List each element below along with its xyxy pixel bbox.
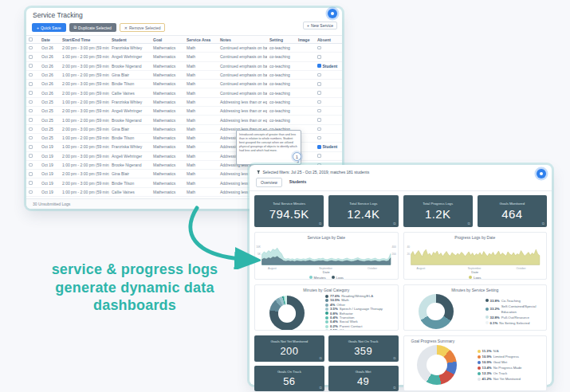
row-checkbox[interactable] — [29, 91, 33, 95]
column-header[interactable]: Image — [296, 36, 315, 43]
absent-checkbox[interactable] — [317, 64, 321, 68]
donut-legend: 33.8%Co-Teaching 33.2%Self-Contained/Spe… — [485, 298, 542, 326]
unsubmitted-logs-count: 30 Unsubmitted Logs — [33, 202, 70, 206]
legend-item: 10.9%Limited Progress — [478, 354, 522, 359]
column-header[interactable]: Goal — [151, 36, 184, 43]
tour-step-badge[interactable]: 1 — [293, 152, 301, 161]
stat-cards-row: Total Service Minutes 794.5K ⧉ Total Ser… — [254, 195, 547, 227]
progress-logs-area-chart: 4020 — [404, 241, 547, 267]
dashboard-window: Selected filters: Jul 25 - Oct 25, 2019;… — [250, 165, 552, 385]
column-header[interactable]: Service Area — [184, 36, 218, 43]
absent-checkbox[interactable] — [317, 55, 321, 59]
expand-icon[interactable]: ⧉ — [393, 356, 395, 360]
row-checkbox[interactable] — [29, 46, 33, 50]
duplicate-selected-button[interactable]: ⧉Duplicate Selected — [69, 23, 116, 32]
table-header: DateStart/End TimeStudentGoalService Are… — [26, 35, 342, 44]
dashboard-body: Total Service Minutes 794.5K ⧉ Total Ser… — [250, 191, 552, 392]
row-checkbox[interactable] — [29, 109, 33, 113]
stat-card: Total Service Logs 12.4K ⧉ — [328, 195, 398, 227]
row-checkbox[interactable] — [29, 82, 33, 86]
expand-icon[interactable]: ⧉ — [468, 221, 470, 225]
row-checkbox[interactable] — [29, 55, 33, 59]
column-header[interactable]: Notes — [218, 36, 267, 43]
expand-icon[interactable]: ⧉ — [542, 221, 544, 225]
row-checkbox[interactable] — [29, 118, 33, 122]
quick-save-button[interactable]: +Quick Save — [32, 23, 66, 32]
absent-checkbox[interactable] — [317, 145, 321, 149]
column-header[interactable]: Setting — [267, 36, 296, 43]
column-header[interactable]: Start/End Time — [60, 36, 109, 43]
legend-item: 0.1%No Setting Selected — [485, 320, 542, 326]
chart-title: Progress Logs by Date — [404, 233, 547, 241]
chart-title: Service Logs by Date — [255, 233, 398, 241]
absent-checkbox[interactable] — [317, 109, 321, 113]
table-row: Oct 26 2:00 pm - 3:00 pm (59 min) Bindie… — [26, 80, 342, 88]
absent-checkbox[interactable] — [317, 118, 321, 122]
row-checkbox[interactable] — [29, 172, 33, 176]
chart-legend: Logs — [404, 274, 547, 280]
svg-text:40: 40 — [407, 245, 410, 249]
row-checkbox[interactable] — [29, 154, 33, 158]
plus-icon: + — [37, 25, 39, 30]
legend-item: 0.1%Other — [325, 328, 383, 331]
row-checkbox[interactable] — [29, 64, 33, 68]
row-checkbox[interactable] — [29, 190, 33, 194]
row-checkbox[interactable] — [29, 73, 33, 77]
stat-value: 794.5K — [269, 207, 309, 221]
stat-label: Total Service Minutes — [270, 202, 308, 206]
service-setting-panel: Minutes by Service Setting 33.8%Co-Teach… — [403, 284, 548, 331]
column-header[interactable]: Date — [39, 36, 60, 43]
tab-students[interactable]: Students — [285, 178, 310, 187]
stat-card: Goals Not On Track 359 ⧉ — [328, 335, 399, 362]
expand-icon[interactable]: ⧉ — [393, 221, 395, 225]
absent-checkbox[interactable] — [317, 127, 321, 131]
curved-arrow-icon — [185, 204, 261, 269]
column-header[interactable]: Absent — [315, 36, 342, 43]
row-checkbox[interactable] — [29, 136, 33, 140]
new-service-button[interactable]: +New Service — [303, 22, 337, 29]
table-row: Oct 26 2:00 pm - 3:00 pm (59 min) Franzi… — [26, 44, 342, 53]
row-checkbox[interactable] — [29, 127, 33, 131]
x-axis-ticks: August September October — [404, 267, 547, 270]
row-checkbox[interactable] — [29, 145, 33, 149]
select-all-checkbox[interactable] — [29, 37, 33, 41]
expand-icon[interactable]: ⧉ — [320, 356, 322, 360]
dashboard-tabs: Overview Students — [250, 176, 552, 191]
stat-card: Goals Monitored 464 ⧉ — [478, 195, 547, 227]
expand-icon[interactable]: ⧉ — [319, 221, 321, 225]
stat-value: 200 — [280, 345, 298, 357]
absent-checkbox[interactable] — [317, 136, 321, 140]
table-row: Oct 26 2:00 pm - 3:00 pm (59 min) Callie… — [26, 88, 342, 97]
absent-checkbox[interactable] — [317, 100, 321, 104]
absent-checkbox[interactable] — [317, 46, 321, 50]
chart-title: Goal Progress Summary — [404, 336, 547, 345]
donut-legend: 11.3%N/A 10.9%Limited Progress 10.9%Goal… — [478, 348, 522, 382]
legend-item[interactable]: Minutes — [309, 276, 326, 280]
row-checkbox[interactable] — [29, 100, 33, 104]
tab-overview[interactable]: Overview — [256, 178, 282, 187]
column-header[interactable]: Student — [109, 36, 151, 43]
expand-icon[interactable]: ⧉ — [320, 386, 322, 390]
legend-item[interactable]: Logs — [469, 276, 481, 280]
absent-checkbox[interactable] — [317, 73, 321, 77]
chart-title: Minutes by Service Setting — [404, 285, 547, 294]
absent-checkbox[interactable] — [317, 82, 321, 86]
absent-checkbox[interactable] — [317, 154, 321, 158]
help-beacon-icon[interactable] — [328, 9, 337, 18]
note-textarea[interactable]: Introduced concepts of greater than and … — [236, 130, 301, 165]
legend-item: 13.4%No Progress Made — [478, 365, 522, 370]
remove-selected-button[interactable]: ✕Remove Selected — [120, 23, 166, 32]
legend-item[interactable]: Logs — [332, 276, 344, 280]
help-beacon-icon[interactable] — [537, 169, 546, 178]
stat-value: 1.2K — [425, 207, 450, 221]
row-checkbox[interactable] — [29, 163, 33, 167]
svg-text:20: 20 — [407, 253, 410, 256]
goal-progress-donut-chart — [417, 345, 457, 385]
expand-icon[interactable]: ⧉ — [393, 386, 395, 390]
stat-value: 12.4K — [347, 207, 379, 221]
legend-item: 41.2%Not Yet Monitored — [478, 376, 522, 382]
legend-item: 33.8%Co-Teaching — [485, 298, 542, 304]
row-checkbox[interactable] — [29, 181, 33, 185]
table-row: Oct 25 1:00 pm - 2:00 pm (59 min) Brooke… — [26, 116, 342, 124]
absent-checkbox[interactable] — [317, 91, 321, 95]
